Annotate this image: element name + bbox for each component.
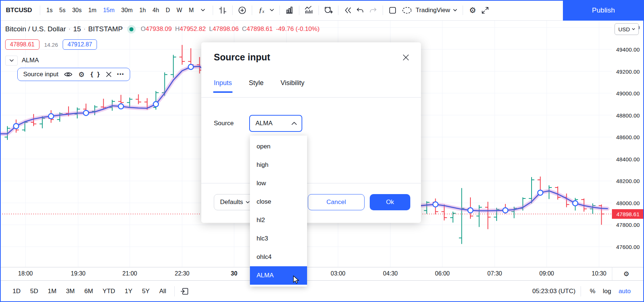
timeframe-30m[interactable]: 30m [118,5,136,16]
currency-button[interactable]: USD [615,23,639,35]
price-tick-label: 47800.00 [612,222,644,228]
timeframe-1h[interactable]: 1h [136,5,149,16]
price-tick-label: 49200.00 [612,69,644,75]
bars-style-icon [218,6,227,15]
sell-price-badge[interactable]: 47898.61 [5,39,39,50]
symbol-title[interactable]: Bitcoin / U.S. Dollar [5,25,66,33]
open-label: O [141,25,146,32]
range-all[interactable]: All [156,286,169,297]
time-tick-label: 22:30 [175,270,189,277]
visibility-button[interactable] [64,71,73,78]
ok-button[interactable]: Ok [370,194,410,210]
indicator-settings-button[interactable]: ⚙ [78,71,84,78]
publish-button[interactable]: Publish [563,0,644,21]
remove-indicator-button[interactable] [106,71,112,77]
range-5d[interactable]: 5D [27,286,41,297]
layout-button[interactable] [386,3,399,17]
tab-visibility[interactable]: Visibility [281,79,304,93]
time-tick-label: 30 [231,270,237,277]
cancel-button[interactable]: Cancel [308,194,365,210]
ellipsis-icon: ••• [117,71,125,77]
timeframe-M[interactable]: M [186,5,196,16]
timeframe-5s[interactable]: 5s [56,5,69,16]
settings-button[interactable]: ⚙ [466,3,479,17]
timeframe-W[interactable]: W [174,5,185,16]
gear-icon: ⚙ [78,71,84,78]
templates-button[interactable] [283,3,296,17]
timeframe-30s[interactable]: 30s [69,5,85,16]
source-option-ohlc4[interactable]: ohlc4 [250,248,307,266]
buy-price-badge[interactable]: 47912.87 [63,39,97,50]
clock[interactable]: 05:23:03 (UTC) [532,288,575,295]
more-options-button[interactable]: ••• [117,71,125,77]
timeframe-15m[interactable]: 15m [100,5,118,16]
source-option-low[interactable]: low [250,174,307,193]
auto-scale-button[interactable]: auto [615,286,634,296]
toolbar-divider [318,6,319,15]
interval-label[interactable]: 15 [73,25,81,33]
range-1y[interactable]: 1Y [122,286,135,297]
symbol-row: Bitcoin / U.S. Dollar · 15 · BITSTAMP O4… [5,24,320,34]
toolbar-divider [338,6,338,15]
log-scale-button[interactable]: log [599,286,615,296]
timeframe-menu-button[interactable] [197,3,209,17]
source-option-hlc3[interactable]: hlc3 [250,229,307,248]
alert-button[interactable] [322,3,335,17]
axis-settings-button[interactable]: ⚙ [623,271,629,277]
bar-chart-icon [285,6,294,15]
chevron-down-icon [246,201,250,203]
timeframe-D[interactable]: D [163,5,173,16]
toolbar-divider [463,6,463,15]
alarm-plus-icon [323,5,333,15]
tab-style[interactable]: Style [249,79,264,93]
toolbar-divider [252,6,252,15]
range-1d[interactable]: 1D [10,286,24,297]
separator-dot: · [69,25,71,33]
price-tick-label: 48400.00 [612,156,644,162]
source-option-close[interactable]: close [250,193,307,211]
price-axis[interactable]: 49600.0049400.0049200.0049000.0048800.00… [612,20,644,267]
indicators-menu-button[interactable] [268,3,276,17]
price-tick-label: 48000.00 [612,200,644,206]
chevron-down-icon [453,9,457,11]
bottom-toolbar: 1D5D1M3M6MYTD1Y5YAll 05:23:03 (UTC) % lo… [0,280,644,302]
last-price-value: 47898.61 [616,211,640,217]
redo-button[interactable] [367,3,379,17]
range-1m[interactable]: 1M [45,286,59,297]
chart-style-button[interactable] [216,3,229,17]
tradingview-menu[interactable]: TradingView [399,6,460,15]
financials-button[interactable] [303,3,315,17]
replay-button[interactable] [342,3,354,17]
source-option-hl2[interactable]: hl2 [250,211,307,229]
percent-scale-button[interactable]: % [586,286,599,296]
indicators-button[interactable]: ƒx [255,3,268,17]
range-ytd[interactable]: YTD [100,286,118,297]
source-select[interactable]: ALMA [249,115,302,132]
fullscreen-button[interactable] [479,3,491,17]
compare-button[interactable] [236,3,248,17]
goto-date-button[interactable] [180,287,189,296]
market-status-dot-icon[interactable] [129,27,133,31]
exchange-label[interactable]: BITSTAMP [88,25,123,33]
indicator-name[interactable]: ALMA [22,57,39,64]
rewind-icon [343,6,353,15]
timeframe-1m[interactable]: 1m [85,5,99,16]
timeframe-group: 1s5s30s1m15m30m1h4hDWM [43,5,197,16]
source-dropdown-menu: openhighlowclosehl2hlc3ohlc4ALMA [250,136,307,287]
source-option-high[interactable]: high [250,156,307,174]
timeframe-1s[interactable]: 1s [43,5,56,16]
indicator-title[interactable]: Source input [23,71,58,78]
source-option-ALMA[interactable]: ALMA [250,266,307,285]
timeframe-4h[interactable]: 4h [150,5,162,16]
range-3m[interactable]: 3M [63,286,78,297]
legend-collapse-button[interactable] [5,56,18,66]
tradingview-logo-icon [401,6,413,15]
symbol-button[interactable]: BTCUSD [5,7,36,14]
tab-inputs[interactable]: Inputs [214,79,232,93]
range-6m[interactable]: 6M [81,286,96,297]
undo-button[interactable] [354,3,367,17]
dialog-close-button[interactable] [400,52,411,63]
source-code-button[interactable]: { } [90,71,100,78]
source-option-open[interactable]: open [250,137,307,156]
range-5y[interactable]: 5Y [139,286,153,297]
